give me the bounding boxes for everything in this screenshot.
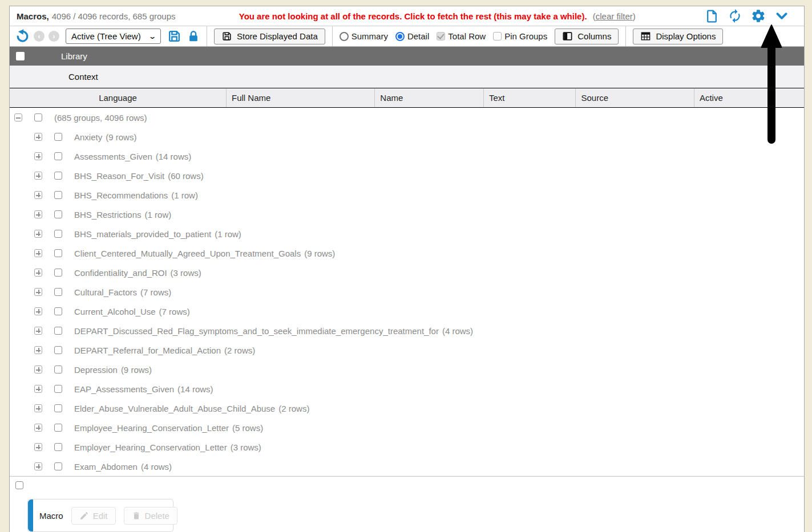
fetch-rest-warning[interactable]: You are not looking at all of the record… [239,11,587,21]
row-checkbox[interactable] [54,404,62,412]
group-row-count: (2 rows) [224,346,255,355]
column-header-text[interactable]: Text [484,88,576,107]
display-options-label: Display Options [656,31,716,41]
row-checkbox[interactable] [54,152,62,160]
expand-plus-icon[interactable] [34,346,42,354]
lock-icon[interactable] [187,30,200,43]
store-displayed-data-button[interactable]: Store Displayed Data [214,29,325,44]
group-row-count: (4 rows) [442,326,473,336]
expand-plus-icon[interactable] [34,424,42,432]
row-checkbox[interactable] [54,249,62,257]
row-checkbox[interactable] [54,366,62,373]
expand-plus-icon[interactable] [34,210,42,218]
group-row-count: (2 rows) [278,404,309,413]
row-checkbox[interactable] [54,443,62,451]
column-header-active[interactable]: Active [694,88,804,107]
expand-plus-icon[interactable] [34,133,42,141]
expand-plus-icon[interactable] [34,269,42,277]
expand-plus-icon[interactable] [34,152,42,160]
row-checkbox[interactable] [54,172,62,180]
checkbox-checked-disabled-icon[interactable] [437,32,445,40]
group-name: Current_Alcohol_Use [74,307,156,316]
row-checkbox[interactable] [54,210,62,218]
expand-plus-icon[interactable] [34,462,42,470]
expand-plus-icon[interactable] [34,230,42,238]
column-header-name[interactable]: Name [375,88,484,107]
save-icon[interactable] [167,29,181,43]
tree-group-row: BHS_materials_provided_to_patient(1 row) [10,224,804,243]
refresh-icon[interactable] [728,9,742,23]
row-checkbox[interactable] [54,269,62,277]
expand-plus-icon[interactable] [34,443,42,451]
view-select[interactable]: Active (Tree View) ⌄ [66,29,161,44]
display-options-button[interactable]: Display Options [633,29,723,44]
row-checkbox[interactable] [54,288,62,296]
column-header-source[interactable]: Source [576,88,694,107]
tree-group-row: DEPART_Referral_for_Medical_Action(2 row… [10,340,804,360]
expand-plus-icon[interactable] [34,404,42,412]
macro-action-panel: Macro Edit Delete [27,499,173,532]
nav-forward-icon[interactable]: › [49,31,59,42]
undo-icon[interactable] [15,29,30,43]
group-row-count: (1 row) [215,229,241,239]
group-row-count: (9 rows) [304,249,335,258]
radio-checked-icon[interactable] [395,32,405,41]
footer-checkbox[interactable] [15,481,23,489]
summary-radio[interactable]: Summary [340,31,388,41]
tree-children: Anxiety(9 rows) Assessments_Given(14 row… [10,127,804,476]
total-row-checkbox[interactable]: Total Row [437,31,486,41]
pin-groups-checkbox[interactable]: Pin Groups [493,31,547,41]
row-checkbox[interactable] [54,133,62,141]
delete-button[interactable]: Delete [124,507,177,525]
row-checkbox[interactable] [34,113,42,121]
group-name: BHS_Recommendations [74,190,168,200]
record-count-text: 4096 / 4096 records, 685 groups [52,11,176,21]
delete-button-label: Delete [145,511,169,521]
panel-accent-bar [28,499,33,531]
settings-gear-icon[interactable] [751,9,766,23]
group-row-count: (3 rows) [231,442,261,452]
row-checkbox[interactable] [54,424,62,432]
collapse-minus-icon[interactable] [14,113,22,121]
expand-plus-icon[interactable] [34,191,42,199]
expand-plus-icon[interactable] [34,385,42,393]
expand-plus-icon[interactable] [34,288,42,296]
chevron-down-icon[interactable] [774,9,789,23]
tree-group-row: Client_Centered_Mutually_Agreed_Upon_Tre… [10,243,804,263]
expand-plus-icon[interactable] [34,366,42,373]
tree-group-row: Assessments_Given(14 rows) [10,147,804,166]
row-checkbox[interactable] [54,385,62,393]
tree-group-row: Current_Alcohol_Use(7 rows) [10,302,804,321]
detail-radio[interactable]: Detail [395,31,429,41]
new-document-icon[interactable] [705,9,719,23]
expand-plus-icon[interactable] [34,172,42,180]
row-checkbox[interactable] [54,346,62,354]
tree-root-label: (685 groups, 4096 rows) [54,113,147,123]
clear-filter-link[interactable]: (clear filter) [593,11,636,21]
column-header-full-name[interactable]: Full Name [227,88,375,107]
store-displayed-data-label: Store Displayed Data [237,31,318,41]
clear-filter-label[interactable]: clear filter [596,11,633,21]
columns-button[interactable]: Columns [555,29,619,44]
row-checkbox[interactable] [54,327,62,335]
group-row-count: (5 rows) [232,423,263,433]
row-checkbox[interactable] [54,462,62,470]
expand-plus-icon[interactable] [34,327,42,335]
edit-button-label: Edit [93,511,108,521]
expand-plus-icon[interactable] [34,249,42,257]
group-name: Employee_Hearing_Conservation_Letter [74,423,229,433]
library-select-checkbox[interactable] [16,52,25,60]
tree-group-row: DEPART_Discussed_Red_Flag_symptoms_and_t… [10,321,804,340]
row-checkbox[interactable] [54,230,62,238]
row-checkbox[interactable] [54,191,62,199]
radio-unchecked-icon[interactable] [340,32,349,41]
total-row-label: Total Row [448,31,486,41]
expand-plus-icon[interactable] [34,307,42,315]
context-subgroup-header: Context [10,66,804,88]
column-header-language[interactable]: Language [10,88,227,107]
checkbox-unchecked-icon[interactable] [493,32,502,40]
row-checkbox[interactable] [54,307,62,315]
group-name: BHS_Restrictions [74,210,142,220]
nav-back-icon[interactable]: ‹ [34,31,45,42]
edit-button[interactable]: Edit [71,507,116,525]
